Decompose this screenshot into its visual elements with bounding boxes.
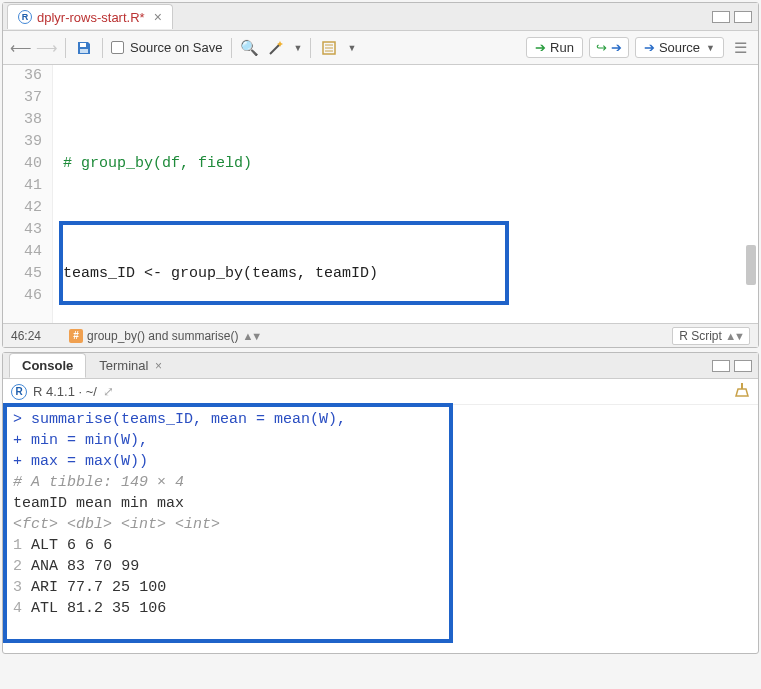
console-line: + max = max(W)) xyxy=(13,451,748,472)
rerun-icon: ↪ xyxy=(596,40,607,55)
notebook-dropdown[interactable]: ▼ xyxy=(347,43,356,53)
source-button[interactable]: ➔ Source ▼ xyxy=(635,37,724,58)
scrollbar-thumb[interactable] xyxy=(746,245,756,285)
console-data-row: 1 ALT 6 6 6 xyxy=(13,535,748,556)
rerun-icon-2: ➔ xyxy=(611,40,622,55)
rerun-button[interactable]: ↪➔ xyxy=(589,37,629,58)
file-tab-label: dplyr-rows-start.R* xyxy=(37,10,145,25)
line-gutter: 36 37 38 39 40 41 42 43 44 45 46 xyxy=(3,65,53,323)
session-info: R 4.1.1 · ~/ xyxy=(33,384,97,399)
code-line[interactable]: # group_by(df, field) xyxy=(53,153,758,175)
minimize-icon[interactable] xyxy=(712,360,730,372)
line-number: 45 xyxy=(3,263,42,285)
minimize-icon[interactable] xyxy=(712,11,730,23)
language-updown-icon: ▲▼ xyxy=(725,330,743,342)
source-on-save-checkbox[interactable] xyxy=(111,41,124,54)
source-arrow-icon: ➔ xyxy=(644,40,655,55)
svg-rect-1 xyxy=(80,49,88,53)
outline-icon[interactable]: ☰ xyxy=(730,38,750,58)
source-on-save-label: Source on Save xyxy=(130,40,223,55)
line-number: 39 xyxy=(3,131,42,153)
code-editor[interactable]: 36 37 38 39 40 41 42 43 44 45 46 # group… xyxy=(3,65,758,323)
line-number: 37 xyxy=(3,87,42,109)
maximize-icon[interactable] xyxy=(734,360,752,372)
tab-terminal[interactable]: Terminal × xyxy=(86,353,175,378)
line-number: 40 xyxy=(3,153,42,175)
forward-icon[interactable]: ⟶ xyxy=(37,38,57,58)
language-label: R Script xyxy=(679,329,722,343)
line-number: 41 xyxy=(3,175,42,197)
back-icon[interactable]: ⟵ xyxy=(11,38,31,58)
run-button-label: Run xyxy=(550,40,574,55)
console-line: + min = min(W), xyxy=(13,430,748,451)
clear-console-icon[interactable] xyxy=(734,382,750,401)
save-icon[interactable] xyxy=(74,38,94,58)
console-types-row: <fct> <dbl> <int> <int> xyxy=(13,514,748,535)
console-line: # A tibble: 149 × 4 xyxy=(13,472,748,493)
run-arrow-icon: ➔ xyxy=(535,40,546,55)
editor-statusbar: 46:24 # group_by() and summarise() ▲▼ R … xyxy=(3,323,758,347)
tab-console[interactable]: Console xyxy=(9,353,86,378)
close-icon[interactable]: × xyxy=(155,359,162,373)
console-pane: Console Terminal × R R 4.1.1 · ~/ ⤢ > su… xyxy=(2,352,759,654)
run-button[interactable]: ➔ Run xyxy=(526,37,583,58)
tab-terminal-label: Terminal xyxy=(99,358,148,373)
code-line[interactable]: teams_ID <- group_by(teams, teamID) xyxy=(53,263,758,285)
language-selector[interactable]: R Script ▲▼ xyxy=(672,327,750,345)
console-header-row: teamID mean min max xyxy=(13,493,748,514)
file-tab[interactable]: R dplyr-rows-start.R* × xyxy=(7,4,173,29)
maximize-icon[interactable] xyxy=(734,11,752,23)
console-line: > summarise(teams_ID, mean = mean(W), xyxy=(13,409,748,430)
line-number: 44 xyxy=(3,241,42,263)
svg-line-2 xyxy=(270,44,280,54)
line-number: 42 xyxy=(3,197,42,219)
editor-toolbar: ⟵ ⟶ Source on Save 🔍 ▼ ▼ ➔ Run ↪➔ ➔ Sour… xyxy=(3,31,758,65)
r-logo-icon: R xyxy=(11,384,27,400)
line-number: 38 xyxy=(3,109,42,131)
line-number: 46 xyxy=(3,285,42,307)
session-popup-icon[interactable]: ⤢ xyxy=(103,384,114,399)
scope-updown-icon[interactable]: ▲▼ xyxy=(242,330,260,342)
search-icon[interactable]: 🔍 xyxy=(240,38,260,58)
console-tabbar: Console Terminal × xyxy=(3,353,758,379)
scope-label: group_by() and summarise() xyxy=(87,329,238,343)
console-subheader: R R 4.1.1 · ~/ ⤢ xyxy=(3,379,758,405)
console-output[interactable]: > summarise(teams_ID, mean = mean(W), + … xyxy=(3,405,758,653)
console-data-row: 3 ARI 77.7 25 100 xyxy=(13,577,748,598)
r-file-icon: R xyxy=(18,10,32,24)
line-number: 43 xyxy=(3,219,42,241)
scope-icon: # xyxy=(69,329,83,343)
console-data-row: 2 ANA 83 70 99 xyxy=(13,556,748,577)
console-data-row: 4 ATL 81.2 35 106 xyxy=(13,598,748,619)
source-button-label: Source xyxy=(659,40,700,55)
wand-icon[interactable] xyxy=(266,38,286,58)
cursor-position: 46:24 xyxy=(11,329,61,343)
svg-rect-0 xyxy=(80,43,86,47)
scope-navigator[interactable]: # group_by() and summarise() ▲▼ xyxy=(69,329,664,343)
source-dropdown[interactable]: ▼ xyxy=(706,43,715,53)
tab-console-label: Console xyxy=(22,358,73,373)
editor-pane: R dplyr-rows-start.R* × ⟵ ⟶ Source on Sa… xyxy=(2,2,759,348)
code-column[interactable]: # group_by(df, field) teams_ID <- group_… xyxy=(53,65,758,323)
close-icon[interactable]: × xyxy=(154,9,162,25)
notebook-icon[interactable] xyxy=(319,38,339,58)
line-number: 36 xyxy=(3,65,42,87)
editor-tabbar: R dplyr-rows-start.R* × xyxy=(3,3,758,31)
wand-dropdown[interactable]: ▼ xyxy=(294,43,303,53)
